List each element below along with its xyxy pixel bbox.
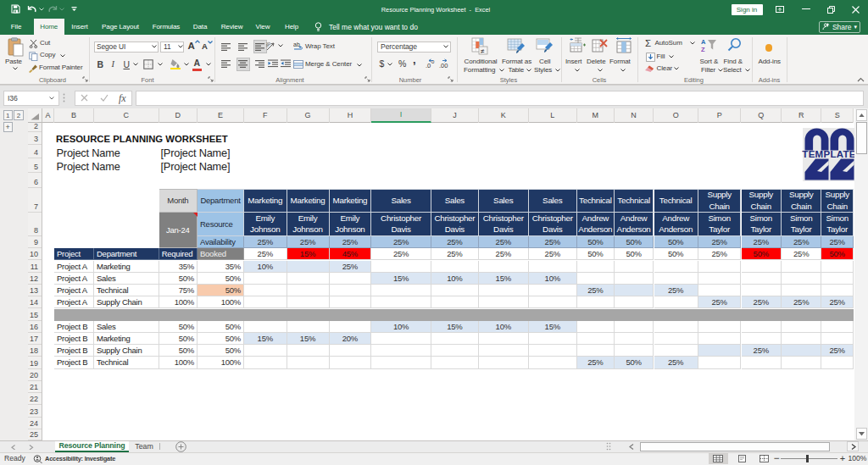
svg-text:≠: ≠ bbox=[481, 47, 485, 55]
svg-text:Z: Z bbox=[701, 46, 705, 53]
svg-text:ab: ab bbox=[293, 42, 300, 47]
svg-text:ab: ab bbox=[266, 41, 272, 48]
svg-text:0: 0 bbox=[431, 59, 435, 64]
svg-text:.0: .0 bbox=[426, 62, 431, 69]
svg-text:.00: .00 bbox=[439, 62, 448, 69]
